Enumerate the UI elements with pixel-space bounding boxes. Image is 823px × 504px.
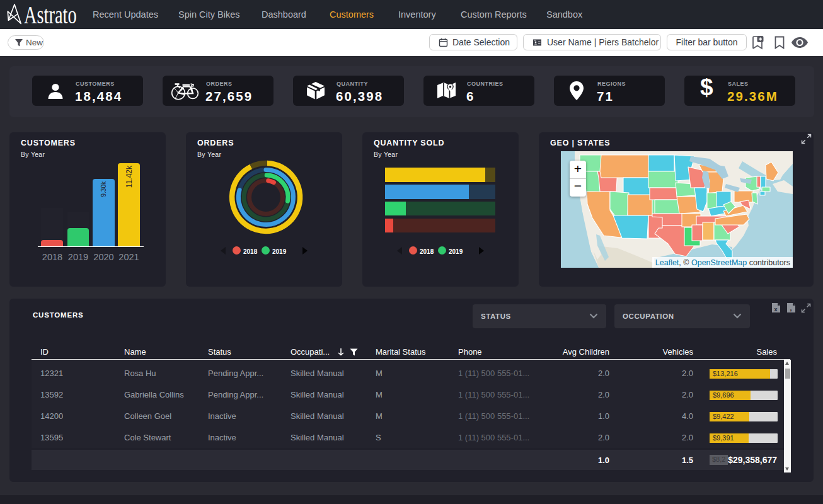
svg-text:x: x <box>774 306 777 312</box>
svg-text:Leaflet, © OpenStreetMap contr: Leaflet, © OpenStreetMap contributors <box>655 258 790 267</box>
svg-text:,: , <box>790 304 791 312</box>
